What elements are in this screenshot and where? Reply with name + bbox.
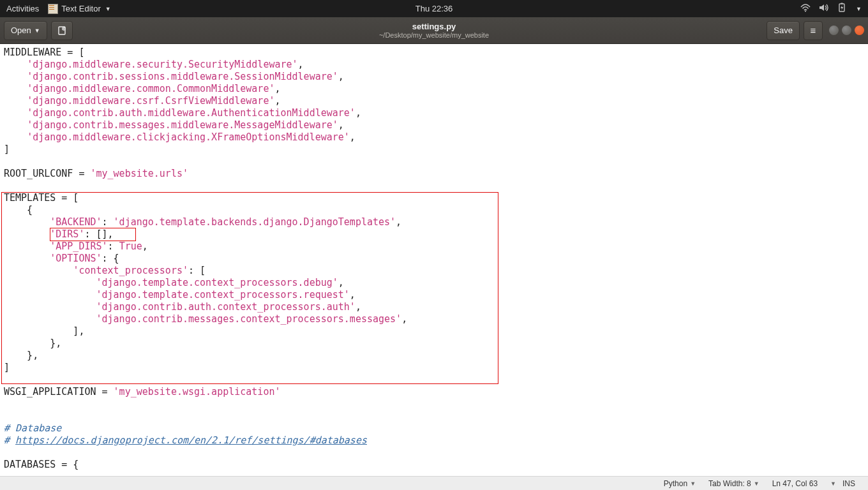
chevron-down-icon[interactable]: ▼ (830, 480, 836, 487)
window-close[interactable] (855, 26, 864, 35)
chevron-down-icon: ▼ (690, 480, 696, 487)
svg-rect-2 (841, 3, 843, 4)
gnome-top-bar: Activities Text Editor ▼ Thu 22:36 ▼ (0, 0, 868, 17)
cursor-position[interactable]: Ln 47, Col 63 (766, 479, 824, 488)
file-path: ~/Desktop/my_website/my_website (379, 31, 489, 39)
chevron-down-icon: ▼ (105, 6, 111, 12)
window-minimize[interactable] (829, 26, 839, 35)
file-name: settings.py (379, 22, 489, 31)
code-content[interactable]: MIDDLEWARE = [ 'django.middleware.securi… (0, 44, 868, 471)
window-title: settings.py ~/Desktop/my_website/my_webs… (379, 22, 489, 39)
chevron-down-icon: ▼ (754, 480, 760, 487)
tab-width-selector[interactable]: Tab Width: 8▼ (702, 479, 766, 488)
text-editor-icon (48, 4, 58, 14)
new-document-button[interactable] (51, 21, 73, 40)
app-menu[interactable]: Text Editor ▼ (48, 4, 110, 14)
status-bar: Python▼ Tab Width: 8▼ Ln 47, Col 63 ▼ IN… (0, 476, 868, 490)
volume-icon[interactable] (819, 3, 829, 14)
app-menu-label: Text Editor (61, 4, 100, 13)
svg-point-0 (805, 10, 806, 11)
network-icon[interactable] (800, 3, 811, 14)
document-icon (57, 26, 67, 35)
system-menu-chevron[interactable]: ▼ (856, 6, 862, 12)
insert-mode[interactable]: INS (836, 479, 862, 488)
window-maximize[interactable] (842, 26, 851, 35)
clock[interactable]: Thu 22:36 (415, 4, 453, 13)
activities-button[interactable]: Activities (6, 4, 39, 13)
window-titlebar: Open ▼ settings.py ~/Desktop/my_website/… (0, 17, 868, 44)
editor-area[interactable]: MIDDLEWARE = [ 'django.middleware.securi… (0, 44, 868, 476)
hamburger-menu[interactable]: ≡ (804, 21, 823, 40)
open-label: Open (11, 26, 31, 35)
open-button[interactable]: Open ▼ (4, 21, 47, 40)
save-button[interactable]: Save (767, 21, 800, 40)
language-selector[interactable]: Python▼ (657, 479, 702, 488)
chevron-down-icon: ▼ (34, 27, 40, 34)
battery-icon[interactable] (837, 3, 846, 15)
